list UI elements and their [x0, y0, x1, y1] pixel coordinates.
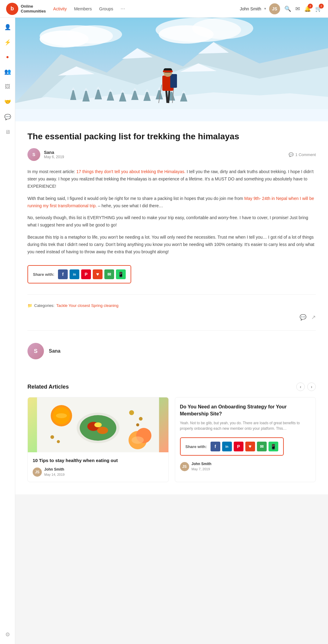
related-card-1-avatar: JS — [33, 468, 42, 477]
divider-2 — [27, 330, 316, 331]
share-pocket[interactable]: ♥ — [93, 269, 103, 279]
article-author-section: S Sana — [27, 337, 316, 365]
notifications-icon[interactable]: 🔔 2 — [304, 5, 311, 12]
logo-link[interactable]: b Online Communities — [6, 3, 46, 15]
related-card-1-body: 10 Tips to stay healthy when eating out … — [28, 452, 168, 482]
nav-members[interactable]: Members — [74, 6, 92, 11]
sidebar-monitor-icon[interactable]: 🖥 — [4, 128, 12, 137]
sidebar-activity-icon[interactable]: ⚡ — [3, 38, 12, 47]
article-container: The essential packing list for trekking … — [15, 121, 328, 375]
categories-row: 📁 Categories: Tackle Your closest Spring… — [27, 301, 316, 310]
svg-rect-14 — [15, 109, 328, 121]
nav-more[interactable]: ··· — [121, 5, 125, 12]
sidebar-user-icon[interactable]: 👤 — [3, 23, 12, 32]
related-card-2: Do You Need an Onboarding Strategy for Y… — [175, 397, 316, 482]
paragraph-4: Because this trip is a metaphor to life,… — [27, 234, 316, 255]
sidebar-chat-icon[interactable]: 💬 — [3, 112, 12, 122]
paragraph-1: In my most recent article: 17 things the… — [27, 168, 316, 190]
cart-badge: 2 — [319, 4, 324, 9]
related-card-2-date: May 7, 2019 — [192, 467, 210, 471]
share-box: Share with: f in P ♥ ✉ 📱 — [27, 265, 131, 283]
author-section-name: Sana — [49, 348, 60, 354]
post-comment-icon[interactable]: 💬 — [300, 314, 306, 321]
related-title: Related Articles — [27, 384, 69, 390]
related-card-1-title: 10 Tips to stay healthy when eating out — [33, 457, 164, 464]
related-card-1-image — [28, 397, 168, 452]
svg-point-53 — [50, 435, 54, 439]
user-profile[interactable]: John Smith ▼ JS — [240, 3, 280, 14]
sidebar-members-icon[interactable]: 👥 — [3, 67, 12, 76]
sidebar-admin-icon[interactable]: ⚙ — [4, 630, 11, 639]
logo-icon: b — [6, 3, 18, 15]
svg-point-60 — [132, 436, 144, 444]
comment-count: 💬 1 Comment — [289, 152, 316, 157]
cart-icon[interactable]: 🛒 2 — [315, 5, 322, 12]
related-card-2-author: JS John Smith May 7, 2019 — [180, 462, 311, 471]
share-pinterest[interactable]: P — [81, 269, 91, 279]
related-share-linkedin[interactable]: in — [222, 442, 232, 451]
post-share-icon[interactable]: ↗ — [311, 314, 316, 321]
svg-rect-43 — [163, 70, 173, 72]
svg-point-6 — [192, 18, 253, 39]
user-name: John Smith — [240, 6, 261, 11]
related-card-1: 10 Tips to stay healthy when eating out … — [27, 397, 169, 482]
share-linkedin[interactable]: in — [70, 269, 79, 279]
hero-image — [15, 18, 328, 121]
related-card-2-share-box: Share with: f in P ♥ ✉ 📱 — [180, 437, 284, 456]
author-avatar-lg: S — [27, 343, 44, 359]
svg-point-56 — [139, 417, 142, 421]
related-card-2-body: Do You Need an Onboarding Strategy for Y… — [175, 397, 316, 476]
article-link-2[interactable]: May 9th- 24th in Nepal when I will be ru… — [27, 196, 314, 208]
article-title: The essential packing list for trekking … — [27, 131, 316, 142]
related-card-1-author-name: John Smith — [44, 467, 65, 471]
share-icons: f in P ♥ ✉ 📱 — [58, 269, 126, 279]
related-share-whatsapp[interactable]: 📱 — [269, 442, 278, 451]
share-whatsapp[interactable]: 📱 — [116, 269, 126, 279]
svg-point-57 — [136, 423, 139, 426]
search-icon[interactable]: 🔍 — [284, 5, 291, 12]
related-share-pocket[interactable]: ♥ — [245, 442, 255, 451]
related-share-pinterest[interactable]: P — [234, 442, 243, 451]
nav-activity[interactable]: Activity — [53, 6, 67, 11]
sidebar-profile-icon[interactable]: ● — [5, 53, 10, 61]
related-card-2-share-label: Share with: — [186, 444, 207, 449]
related-share-email[interactable]: ✉ — [257, 442, 267, 451]
related-section: Related Articles ‹ › — [15, 375, 328, 494]
post-actions: 💬 ↗ — [27, 310, 316, 324]
notifications-badge: 2 — [308, 4, 313, 9]
paragraph-3: No, seriously though, this list is EVERY… — [27, 214, 316, 229]
folder-icon: 📁 — [27, 303, 32, 308]
divider-1 — [27, 294, 316, 295]
messages-icon[interactable]: ✉ — [295, 5, 300, 12]
related-header: Related Articles ‹ › — [27, 382, 316, 391]
navbar-right: John Smith ▼ JS 🔍 ✉ 🔔 2 🛒 2 — [240, 3, 322, 14]
svg-point-52 — [94, 422, 102, 427]
related-card-1-author: JS John Smith May 14, 2019 — [33, 467, 164, 477]
related-nav: ‹ › — [296, 382, 316, 391]
related-card-2-share-icons: f in P ♥ ✉ 📱 — [211, 442, 278, 451]
category-link[interactable]: Tackle Your closest Spring cleaning — [56, 303, 118, 308]
page-layout: 👤 ⚡ ● 👥 🖼 🤝 💬 🖥 ⚙ — [0, 18, 328, 644]
share-facebook[interactable]: f — [58, 269, 68, 279]
share-email[interactable]: ✉ — [104, 269, 114, 279]
sidebar: 👤 ⚡ ● 👥 🖼 🤝 💬 🖥 ⚙ — [0, 18, 15, 644]
svg-point-54 — [57, 440, 60, 443]
related-card-2-avatar: JS — [180, 462, 189, 471]
related-grid: 10 Tips to stay healthy when eating out … — [27, 397, 316, 482]
nav-groups[interactable]: Groups — [99, 6, 113, 11]
main-content: The essential packing list for trekking … — [15, 18, 328, 644]
svg-point-3 — [67, 25, 122, 44]
related-prev-btn[interactable]: ‹ — [296, 382, 305, 391]
article-link-1[interactable]: 17 things they don't tell you about trek… — [76, 169, 186, 174]
sidebar-photos-icon[interactable]: 🖼 — [4, 82, 12, 91]
author-avatar: S — [27, 148, 40, 161]
author-name: Sana — [44, 150, 64, 155]
related-card-2-excerpt: Yeah. Not to be glib, but yeah, you do. … — [180, 420, 311, 431]
sidebar-friends-icon[interactable]: 🤝 — [3, 97, 12, 106]
share-label: Share with: — [33, 272, 54, 277]
avatar: JS — [269, 3, 280, 14]
related-next-btn[interactable]: › — [307, 382, 316, 391]
related-share-facebook[interactable]: f — [211, 442, 220, 451]
main-nav: Activity Members Groups ··· — [53, 5, 125, 12]
comment-icon: 💬 — [289, 152, 294, 157]
